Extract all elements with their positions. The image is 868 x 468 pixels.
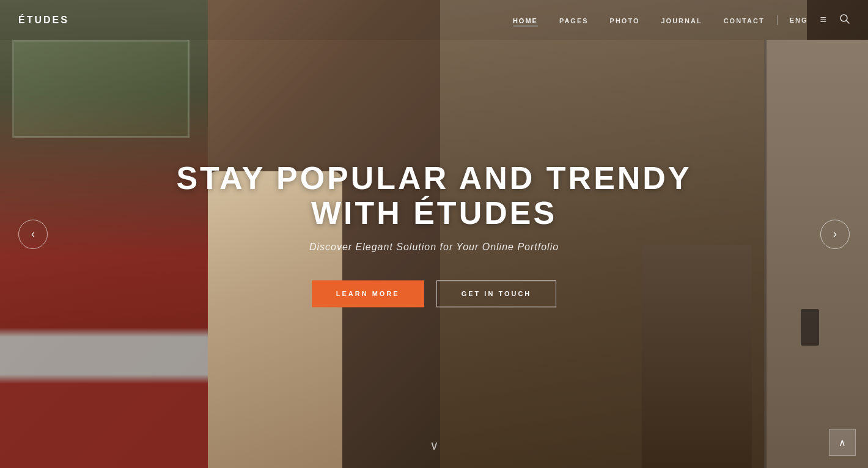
nav-item-photo[interactable]: PHOTO [610, 15, 640, 26]
chevron-up-icon: ∧ [839, 437, 846, 448]
slider-next-button[interactable]: › [820, 220, 850, 249]
language-selector[interactable]: ENG [790, 17, 808, 24]
nav-menu: HOME PAGES PHOTO JOURNAL CONTACT [513, 15, 765, 26]
search-icon[interactable] [840, 14, 850, 26]
nav-item-contact[interactable]: CONTACT [724, 15, 765, 26]
nav-right: HOME PAGES PHOTO JOURNAL CONTACT ENG ≡ [513, 13, 850, 26]
get-in-touch-button[interactable]: GET IN TOUCH [436, 280, 557, 307]
hero-buttons: LEARN MORE GET IN TOUCH [159, 280, 709, 307]
learn-more-button[interactable]: LEARN MORE [312, 280, 424, 307]
van-window-left [12, 40, 189, 138]
hero-section: ÉTUDES HOME PAGES PHOTO JOURNAL CONTACT [0, 0, 868, 468]
hero-subtitle: Discover Elegant Solution for Your Onlin… [159, 242, 709, 253]
arrow-right-icon: › [833, 228, 837, 240]
hero-content: STAY POPULAR AND TRENDY WITH ÉTUDES Disc… [159, 161, 709, 307]
scroll-down-indicator[interactable]: ∨ [430, 438, 439, 453]
nav-item-pages[interactable]: PAGES [559, 15, 589, 26]
svg-line-1 [847, 21, 849, 23]
nav-item-home[interactable]: HOME [513, 15, 538, 26]
door-handle [801, 309, 819, 346]
navigation: ÉTUDES HOME PAGES PHOTO JOURNAL CONTACT [0, 0, 868, 40]
slider-prev-button[interactable]: ‹ [18, 220, 48, 249]
hero-title: STAY POPULAR AND TRENDY WITH ÉTUDES [159, 161, 709, 231]
nav-item-journal[interactable]: JOURNAL [661, 15, 702, 26]
van-door-right [764, 40, 868, 468]
hamburger-icon[interactable]: ≡ [820, 13, 828, 26]
nav-divider [777, 15, 778, 25]
chevron-down-icon: ∨ [430, 439, 439, 452]
brand-logo[interactable]: ÉTUDES [18, 15, 69, 26]
arrow-left-icon: ‹ [31, 228, 35, 240]
svg-point-0 [840, 15, 847, 21]
back-to-top-button[interactable]: ∧ [829, 429, 856, 456]
